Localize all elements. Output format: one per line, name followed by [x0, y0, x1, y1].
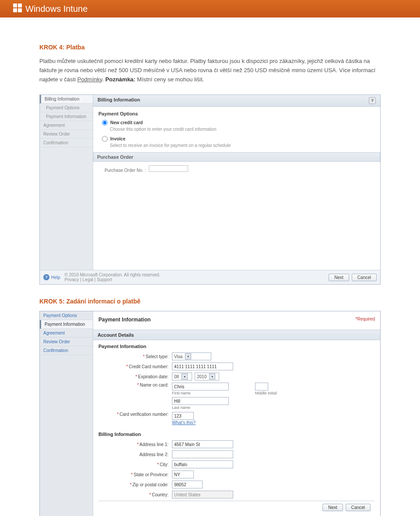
payment-info-title: Payment Information *Required	[98, 317, 375, 323]
terms-link[interactable]: Podmínky	[77, 76, 102, 83]
svg-rect-1	[18, 3, 22, 7]
po-input[interactable]	[149, 165, 188, 172]
input-country	[172, 491, 233, 499]
cancel-button[interactable]: Cancel	[346, 504, 371, 511]
label-invoice: Invoice	[110, 136, 125, 141]
row-expiration: *Expiration date: 08 ▼ 2010 ▼	[98, 373, 375, 380]
brand-banner: Windows Intune	[0, 0, 420, 17]
sidebar-item-payment-options[interactable]: Payment Options	[40, 104, 93, 112]
panel-header: Billing Information ?	[93, 95, 380, 107]
billing-info-heading: Billing Information	[98, 432, 375, 437]
desc-credit-card: Choose this option to enter your credit …	[110, 127, 375, 132]
required-note: *Required	[356, 317, 375, 321]
sidebar-item-confirmation[interactable]: Confirmation	[40, 139, 93, 147]
help-icon[interactable]: ?	[369, 97, 376, 104]
input-last-name[interactable]	[172, 397, 229, 405]
step4-title: KROK 4: Platba	[39, 44, 381, 51]
cancel-button[interactable]: Cancel	[352, 274, 377, 281]
payment-options-heading: Payment Options	[98, 111, 375, 116]
account-details-band: Account Details	[93, 330, 380, 340]
row-card-number: *Credit Card number:	[98, 363, 375, 370]
payment-info-heading: Payment Information	[98, 344, 375, 349]
chevron-down-icon: ▼	[209, 373, 215, 380]
panel-footer: Next Cancel	[98, 501, 375, 514]
purchase-order-header: Purchase Order	[93, 152, 380, 162]
option-credit-card[interactable]: New credit card	[102, 120, 375, 126]
chevron-down-icon: ▼	[185, 353, 191, 359]
panel-footer: ? Help © 2010 Microsoft Corporation. All…	[40, 270, 380, 284]
screenshot-payment-info: Payment Options Payment Information Agre…	[39, 311, 381, 516]
radio-credit-card[interactable]	[102, 120, 108, 126]
label-last-name: Last name	[172, 405, 277, 410]
next-button[interactable]: Next	[322, 504, 343, 511]
next-button[interactable]: Next	[329, 274, 349, 281]
input-city[interactable]	[172, 460, 233, 468]
desc-invoice: Select to receive an invoice for payment…	[110, 143, 375, 148]
input-zip[interactable]	[172, 481, 203, 488]
input-first-name[interactable]	[172, 383, 229, 390]
option-invoice[interactable]: Invoice	[102, 136, 375, 142]
step5-title: KROK 5: Zadání informací o platbě	[39, 298, 381, 305]
row-address1: *Address line 1:	[98, 440, 375, 448]
sidebar-item-review[interactable]: Review Order	[40, 338, 93, 346]
row-cvn: *Card verification number: What's this?	[98, 412, 375, 425]
sidebar-item-confirmation[interactable]: Confirmation	[40, 346, 93, 355]
windows-logo-icon	[13, 3, 22, 14]
sidebar-item-agreement[interactable]: Agreement	[40, 121, 93, 130]
whats-this-link[interactable]: What's this?	[172, 420, 196, 425]
row-name-on-card: *Name on card: First name Middle initial	[98, 383, 375, 410]
row-address2: Address line 2:	[98, 450, 375, 458]
svg-rect-3	[18, 8, 22, 12]
sidebar-item-payment-info[interactable]: Payment Information	[40, 320, 93, 329]
sidebar-item-agreement[interactable]: Agreement	[40, 329, 93, 338]
select-card-type[interactable]: Visa ▼	[172, 352, 211, 360]
input-address2[interactable]	[172, 450, 233, 458]
row-card-type: *Select type: Visa ▼	[98, 352, 375, 360]
select-exp-year[interactable]: 2010 ▼	[195, 373, 219, 380]
brand-text: Windows Intune	[25, 4, 88, 14]
svg-rect-0	[13, 3, 17, 7]
sidebar-item-payment-options[interactable]: Payment Options	[40, 311, 93, 320]
radio-invoice[interactable]	[102, 136, 108, 142]
label-first-name: First name	[172, 391, 229, 395]
sidebar-item-billing-info[interactable]: Billing Information	[40, 95, 93, 104]
help-bubble-icon[interactable]: ?	[43, 274, 49, 280]
row-city: *City:	[98, 460, 375, 468]
po-label: Purchase Order No. :	[105, 168, 146, 173]
input-middle-initial[interactable]	[255, 383, 268, 390]
purchase-order-row: Purchase Order No. :	[105, 165, 375, 173]
note-label: Poznámka:	[105, 76, 136, 83]
svg-rect-2	[13, 8, 17, 12]
copyright-text: © 2010 Microsoft Corporation. All rights…	[65, 272, 161, 282]
panel-title: Billing Information	[98, 97, 140, 102]
chevron-down-icon: ▼	[182, 373, 188, 380]
sidebar-item-review[interactable]: Review Order	[40, 130, 93, 139]
input-state[interactable]	[172, 471, 194, 478]
input-cvn[interactable]	[172, 412, 194, 420]
input-card-number[interactable]	[172, 363, 233, 370]
input-address1[interactable]	[172, 440, 233, 448]
step4-text-b: .	[102, 76, 105, 83]
label-middle-initial: Middle initial	[255, 391, 277, 395]
row-zip: *Zip or postal code:	[98, 481, 375, 488]
row-state: *State or Province:	[98, 471, 375, 478]
help-link[interactable]: Help	[51, 275, 60, 280]
note-text: Místní ceny se mohou lišit.	[135, 76, 204, 83]
label-credit-card: New credit card	[110, 120, 143, 125]
row-country: *Country:	[98, 491, 375, 499]
wizard-sidebar: Billing Information Payment Options Paym…	[40, 95, 93, 270]
sidebar-item-payment-info[interactable]: Payment Information	[40, 112, 93, 121]
select-exp-month[interactable]: 08 ▼	[172, 373, 192, 380]
wizard-sidebar: Payment Options Payment Information Agre…	[40, 311, 93, 516]
screenshot-payment-options: Billing Information Payment Options Paym…	[39, 94, 381, 285]
step4-body: Platbu můžete uskutečnit pomocí kreditní…	[39, 57, 381, 84]
